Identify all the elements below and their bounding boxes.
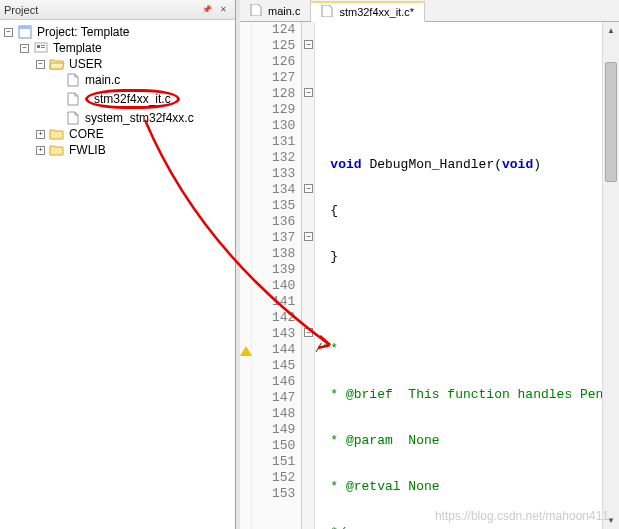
spacer [52, 114, 61, 123]
line-number: 126 [252, 54, 295, 70]
line-number: 131 [252, 134, 295, 150]
tree-file-sys[interactable]: system_stm32f4xx.c [0, 110, 235, 126]
panel-title: Project [4, 4, 199, 16]
line-number: 139 [252, 262, 295, 278]
code-line: * @brief This function handles Pen [315, 387, 619, 403]
line-number: 134 [252, 182, 295, 198]
line-number: 137 [252, 230, 295, 246]
tree-fwlib-folder[interactable]: + FWLIB [0, 142, 235, 158]
tab-main-c[interactable]: main.c [240, 0, 311, 21]
tree-label: system_stm32f4xx.c [85, 111, 194, 125]
svg-rect-3 [37, 45, 40, 48]
fold-toggle[interactable]: − [304, 328, 313, 337]
line-number: 127 [252, 70, 295, 86]
warning-gutter [240, 22, 252, 529]
line-number: 150 [252, 438, 295, 454]
folder-closed-icon [49, 143, 65, 157]
pin-icon[interactable]: 📌 [199, 3, 215, 17]
line-number: 149 [252, 422, 295, 438]
line-number: 133 [252, 166, 295, 182]
spacer [52, 95, 61, 104]
panel-header: Project 📌 ✕ [0, 0, 235, 20]
line-number: 148 [252, 406, 295, 422]
tree-label: Project: Template [37, 25, 130, 39]
code-body[interactable]: void DebugMon_Handler(void) { } /** * @b… [315, 22, 619, 529]
line-number: 128 [252, 86, 295, 102]
line-number: 151 [252, 454, 295, 470]
line-number: 136 [252, 214, 295, 230]
scroll-thumb[interactable] [605, 62, 617, 182]
line-number: 138 [252, 246, 295, 262]
warning-icon[interactable] [240, 346, 252, 356]
svg-rect-1 [19, 26, 31, 29]
line-number: 140 [252, 278, 295, 294]
file-icon [321, 5, 335, 19]
code-line: /** [315, 341, 619, 357]
code-line [315, 295, 619, 311]
code-line: void DebugMon_Handler(void) [315, 157, 619, 173]
tab-label: main.c [268, 5, 300, 17]
code-line: */ [315, 525, 619, 529]
line-number: 144 [252, 342, 295, 358]
fold-toggle[interactable]: − [304, 232, 313, 241]
line-number: 124 [252, 22, 295, 38]
tree-label: main.c [85, 73, 120, 87]
svg-rect-5 [41, 47, 45, 48]
vertical-scrollbar[interactable]: ▲ ▼ [602, 22, 619, 529]
collapse-icon[interactable]: − [20, 44, 29, 53]
fold-gutter: − − − − − [302, 22, 314, 529]
tree-core-folder[interactable]: + CORE [0, 126, 235, 142]
target-icon [33, 41, 49, 55]
expand-icon[interactable]: + [36, 146, 45, 155]
fold-toggle[interactable]: − [304, 88, 313, 97]
line-number: 132 [252, 150, 295, 166]
tab-label: stm32f4xx_it.c* [339, 6, 414, 18]
spacer [52, 76, 61, 85]
line-number: 146 [252, 374, 295, 390]
svg-rect-4 [41, 45, 45, 46]
tree-file-it[interactable]: stm32f4xx_it.c [0, 88, 235, 110]
project-icon [17, 25, 33, 39]
expand-icon[interactable]: + [36, 130, 45, 139]
file-icon [65, 73, 81, 87]
code-line: * @retval None [315, 479, 619, 495]
file-icon [250, 4, 264, 18]
line-number: 141 [252, 294, 295, 310]
code-line: { [315, 203, 619, 219]
folder-closed-icon [49, 127, 65, 141]
line-number: 129 [252, 102, 295, 118]
line-number: 152 [252, 470, 295, 486]
scroll-up-arrow[interactable]: ▲ [603, 22, 619, 39]
line-number: 153 [252, 486, 295, 502]
tree-label-highlighted: stm32f4xx_it.c [85, 89, 180, 109]
collapse-icon[interactable]: − [4, 28, 13, 37]
tree-file-main[interactable]: main.c [0, 72, 235, 88]
line-number: 143 [252, 326, 295, 342]
file-icon [65, 111, 81, 125]
tab-stm32f4xx-it-c[interactable]: stm32f4xx_it.c* [311, 1, 425, 22]
line-number: 125 [252, 38, 295, 54]
folder-open-icon [49, 57, 65, 71]
file-icon [65, 92, 81, 106]
collapse-icon[interactable]: − [36, 60, 45, 69]
tree-root[interactable]: − Project: Template [0, 24, 235, 40]
tree-template[interactable]: − Template [0, 40, 235, 56]
tree-label: Template [53, 41, 102, 55]
line-number: 147 [252, 390, 295, 406]
project-panel: Project 📌 ✕ − Project: Template − Templa… [0, 0, 236, 529]
code-line: * @param None [315, 433, 619, 449]
scroll-down-arrow[interactable]: ▼ [603, 512, 619, 529]
fold-toggle[interactable]: − [304, 184, 313, 193]
tree-label: CORE [69, 127, 104, 141]
project-tree: − Project: Template − Template − USER ma… [0, 20, 235, 158]
code-area[interactable]: 124 125 126 127 128 129 130 131 132 133 … [240, 22, 619, 529]
fold-toggle[interactable]: − [304, 40, 313, 49]
editor-tabs: main.c stm32f4xx_it.c* [240, 0, 619, 22]
tree-user-folder[interactable]: − USER [0, 56, 235, 72]
tree-label: USER [69, 57, 102, 71]
tree-label: FWLIB [69, 143, 106, 157]
close-icon[interactable]: ✕ [215, 3, 231, 17]
code-line: } [315, 249, 619, 265]
line-number: 142 [252, 310, 295, 326]
line-number: 130 [252, 118, 295, 134]
